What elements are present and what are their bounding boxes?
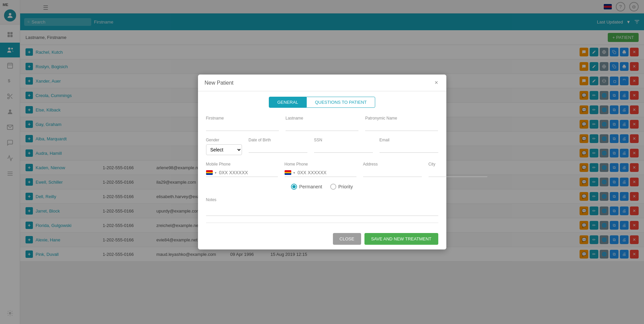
home-phone-label: Home Phone [285, 162, 356, 167]
radio-priority[interactable]: Priority [330, 184, 353, 190]
form-group-mobile: Mobile Phone ▾ [206, 162, 278, 177]
modal-body: Firstname Lastname Patronymic Name Gende… [198, 110, 446, 228]
modal-tabs: GENERAL QUESTIONS TO PATIENT [198, 91, 446, 110]
radio-permanent-label: Permanent [299, 184, 322, 189]
lastname-label: Lastname [286, 116, 358, 121]
ssn-label: SSN [314, 138, 373, 142]
form-group-lastname: Lastname [286, 116, 358, 131]
dob-input[interactable] [249, 144, 307, 153]
modal-title: New Patient [205, 80, 234, 86]
home-phone-wrapper: ▾ [285, 169, 356, 177]
city-input[interactable] [429, 169, 487, 177]
form-row-personal: Gender Select Male Female Other Date of … [206, 138, 438, 155]
form-row-names: Firstname Lastname Patronymic Name [206, 116, 438, 131]
radio-priority-label: Priority [338, 184, 353, 189]
tab-general[interactable]: GENERAL [269, 97, 306, 108]
lastname-input[interactable] [286, 123, 358, 131]
dob-label: Date of Birth [249, 138, 307, 142]
form-group-firstname: Firstname [206, 116, 279, 131]
radio-permanent[interactable]: Permanent [291, 184, 322, 190]
patronymic-label: Patronymic Name [365, 116, 438, 121]
home-flag-am [285, 170, 291, 175]
address-label: Address [363, 162, 422, 167]
patronymic-input[interactable] [365, 123, 438, 131]
email-label: Email [380, 138, 438, 142]
address-input[interactable] [363, 169, 422, 177]
close-modal-button[interactable]: CLOSE [333, 233, 361, 245]
mobile-phone-dropdown[interactable]: ▾ [215, 171, 216, 175]
city-label: City [429, 162, 487, 167]
radio-row-type: Permanent Priority [206, 184, 438, 190]
notes-label: Notes [206, 197, 216, 202]
gender-select[interactable]: Select Male Female Other [206, 144, 242, 155]
modal-close-button[interactable]: × [433, 79, 440, 86]
tab-questions-to-patient[interactable]: QUESTIONS TO PATIENT [306, 97, 375, 108]
email-input[interactable] [380, 144, 438, 153]
save-new-treatment-button[interactable]: SAVE AND NEW TREATMENT [364, 233, 438, 245]
firstname-input[interactable] [206, 123, 279, 131]
home-phone-input[interactable] [298, 169, 356, 177]
form-group-dob: Date of Birth [249, 138, 307, 155]
form-group-gender: Gender Select Male Female Other [206, 138, 242, 155]
modal-overlay[interactable]: New Patient × GENERAL QUESTIONS TO PATIE… [0, 0, 644, 324]
modal-footer: CLOSE SAVE AND NEW TREATMENT [198, 228, 446, 249]
form-group-address: Address [363, 162, 422, 177]
gender-label: Gender [206, 138, 242, 142]
radio-priority-circle [330, 184, 336, 190]
mobile-phone-label: Mobile Phone [206, 162, 278, 167]
form-group-notes: Notes [206, 196, 438, 217]
mobile-phone-input[interactable] [219, 169, 278, 177]
form-group-email: Email [380, 138, 438, 155]
form-row-contact: Mobile Phone ▾ Home Phone ▾ [206, 162, 438, 177]
mobile-flag-am [206, 170, 213, 175]
notes-textarea[interactable] [206, 202, 438, 216]
modal-header: New Patient × [198, 75, 446, 91]
form-group-ssn: SSN [314, 138, 373, 155]
new-patient-modal: New Patient × GENERAL QUESTIONS TO PATIE… [198, 75, 446, 249]
mobile-phone-wrapper: ▾ [206, 169, 278, 177]
home-phone-dropdown[interactable]: ▾ [293, 171, 295, 175]
modal-divider [206, 223, 438, 223]
form-group-home-phone: Home Phone ▾ [285, 162, 356, 177]
form-group-city: City [429, 162, 487, 177]
ssn-input[interactable] [314, 144, 373, 153]
radio-permanent-circle [291, 184, 297, 190]
form-group-patronymic: Patronymic Name [365, 116, 438, 131]
firstname-label: Firstname [206, 116, 279, 121]
